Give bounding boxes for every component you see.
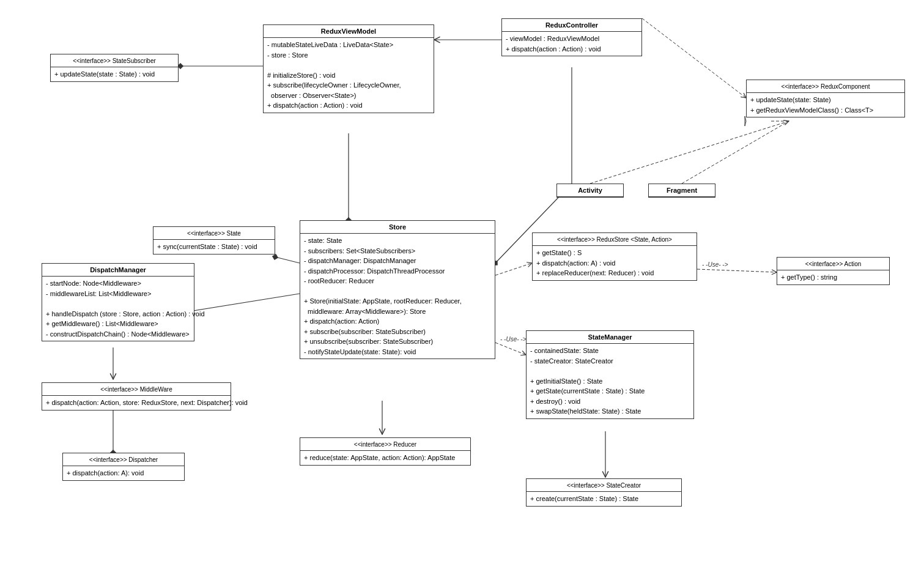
box-stateManager-title: StateManager [527, 331, 693, 344]
svg-text:- -Use- ->: - -Use- -> [500, 336, 527, 343]
box-reduxController-title: ReduxController [502, 19, 641, 32]
svg-line-12 [185, 294, 300, 312]
box-reduxViewModel-title: ReduxViewModel [264, 25, 434, 38]
svg-line-15 [495, 343, 526, 355]
box-dispatchManager-title: DispatchManager [42, 264, 194, 277]
box-fragment: Fragment [648, 184, 715, 198]
box-middleware-title: <<interface>> MiddleWare [42, 383, 231, 396]
box-activity-title: Activity [557, 184, 623, 197]
box-reduxStore: <<interface>> ReduxStore <State, Action>… [532, 232, 697, 281]
box-fragment-title: Fragment [649, 184, 715, 197]
box-action-title: <<interface>> Action [777, 258, 889, 270]
box-stateManager: StateManager - containedState: State - s… [526, 330, 694, 419]
box-stateCreator: <<interface>> StateCreator + create(curr… [526, 478, 682, 507]
box-dispatcher: <<interface>> Dispatcher + dispatch(acti… [62, 453, 185, 481]
box-state-title: <<interface>> State [153, 227, 275, 240]
box-dispatchManager: DispatchManager - startNode: Node<Middle… [42, 263, 194, 341]
svg-line-8 [682, 121, 789, 184]
diagram-container: DispatchManager (filled diamond on Dispa… [0, 0, 924, 561]
box-reducer: <<interface>> Reducer + reduce(state: Ap… [300, 437, 471, 466]
svg-line-14 [495, 263, 532, 275]
svg-marker-10 [745, 116, 746, 126]
svg-text:- -Use- ->: - -Use- -> [702, 261, 728, 268]
box-reduxViewModel: ReduxViewModel - mutableStateLiveData : … [263, 24, 434, 113]
box-middleware: <<interface>> MiddleWare + dispatch(acti… [42, 382, 231, 411]
svg-line-16 [697, 269, 777, 272]
svg-line-20 [642, 18, 746, 98]
box-store: Store - state: State - subscribers: Set<… [300, 220, 495, 359]
box-stateSubscriber-title: <<interface>> StateSubscriber [51, 54, 178, 67]
box-reduxStore-title: <<interface>> ReduxStore <State, Action> [533, 233, 697, 246]
box-store-title: Store [300, 221, 495, 234]
box-reducer-title: <<interface>> Reducer [300, 438, 470, 451]
box-stateSubscriber: <<interface>> StateSubscriber + updateSt… [50, 54, 179, 82]
box-dispatcher-title: <<interface>> Dispatcher [63, 453, 184, 466]
box-stateCreator-title: <<interface>> StateCreator [527, 479, 681, 492]
box-reduxComponent-title: <<interface>> ReduxComponent [747, 80, 904, 93]
svg-line-11 [275, 257, 300, 263]
box-state: <<interface>> State + sync(currentState … [153, 226, 275, 254]
box-action: <<interface>> Action + getType() : strin… [777, 257, 890, 285]
box-reduxComponent: <<interface>> ReduxComponent + updateSta… [746, 80, 905, 117]
svg-line-7 [590, 121, 789, 184]
box-activity: Activity [556, 184, 624, 198]
box-reduxController: ReduxController - viewModel : ReduxViewM… [501, 18, 642, 56]
